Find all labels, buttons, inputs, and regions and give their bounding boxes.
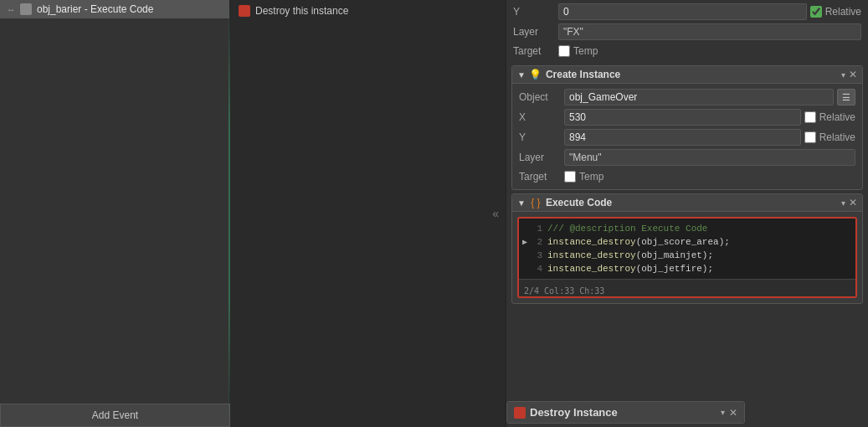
execute-code-header-actions: ▾ ✕ xyxy=(841,197,857,208)
x-relative-label-ci: Relative xyxy=(819,111,855,123)
destroy-this-instance-label: Destroy this instance xyxy=(255,5,348,17)
layer-row-top: Layer xyxy=(506,22,868,42)
code-icon: { } xyxy=(530,197,542,208)
y-relative-checkbox-ci[interactable] xyxy=(804,131,816,143)
y-relative-row-ci: Relative xyxy=(804,131,855,143)
target-temp-checkbox-ci[interactable] xyxy=(564,171,576,183)
target-temp-row-top: Temp xyxy=(558,45,598,57)
layer-input-top[interactable] xyxy=(558,23,861,40)
y-relative-label-ci: Relative xyxy=(819,131,855,143)
create-instance-collapse-button[interactable]: ▼ xyxy=(517,70,526,80)
create-instance-body: Object ☰ X Relative Y Relative xyxy=(512,84,862,189)
line-num-2: 2 xyxy=(531,237,547,247)
object-browse-button[interactable]: ☰ xyxy=(837,89,855,105)
line-content-2: instance_destroy(obj_score_area); xyxy=(547,237,855,247)
event-item[interactable]: ↔ obj_barier - Execute Code xyxy=(0,0,229,18)
destroy-instance-card: Destroy Instance ▾ ✕ xyxy=(506,401,745,424)
layer-input-ci[interactable] xyxy=(564,149,855,166)
x-label-ci: X xyxy=(519,111,561,123)
x-relative-checkbox-ci[interactable] xyxy=(804,111,816,123)
create-instance-card: ▼ 💡 Create Instance ▾ ✕ Object ☰ X Relat… xyxy=(511,65,863,190)
destroy-instance-title: Destroy Instance xyxy=(530,406,716,419)
target-row-top: Target Temp xyxy=(506,42,868,60)
target-row-ci: Target Temp xyxy=(512,167,862,186)
create-instance-close-button[interactable]: ✕ xyxy=(849,69,857,80)
execute-code-card: ▼ { } Execute Code ▾ ✕ 1 /// @descriptio… xyxy=(511,193,863,304)
code-status-text: 2/4 Col:33 Ch:33 xyxy=(524,286,604,296)
execute-code-dropdown-button[interactable]: ▾ xyxy=(841,198,845,208)
create-instance-dropdown-button[interactable]: ▾ xyxy=(841,70,845,80)
event-arrow-icon: ↔ xyxy=(7,5,15,14)
execute-code-close-button[interactable]: ✕ xyxy=(849,197,857,208)
object-row: Object ☰ xyxy=(512,87,862,107)
object-input[interactable] xyxy=(564,89,834,105)
obj-icon xyxy=(20,3,32,15)
layer-row-ci: Layer xyxy=(512,147,862,167)
line-arrow-2: ▶ xyxy=(519,237,531,247)
target-temp-row-ci: Temp xyxy=(564,171,603,183)
line-num-1: 1 xyxy=(531,224,547,234)
y-relative-label-top: Relative xyxy=(825,6,861,18)
code-scrollbar-horizontal[interactable] xyxy=(519,279,855,286)
code-line-3: 3 instance_destroy(obj_mainjet); xyxy=(519,249,855,262)
line-content-1: /// @description Execute Code xyxy=(547,224,855,234)
destroy-instance-header: Destroy Instance ▾ ✕ xyxy=(507,402,744,423)
target-temp-label-ci: Temp xyxy=(579,171,603,183)
execute-code-body: 1 /// @description Execute Code ▶ 2 inst… xyxy=(512,212,862,303)
create-instance-header-actions: ▾ ✕ xyxy=(841,69,857,80)
line-content-4: instance_destroy(obj_jetfire); xyxy=(547,264,855,274)
line-content-3: instance_destroy(obj_mainjet); xyxy=(547,250,855,260)
create-instance-title: Create Instance xyxy=(546,69,837,80)
layer-label-ci: Layer xyxy=(519,152,561,163)
object-label: Object xyxy=(519,91,561,103)
bulb-icon: 💡 xyxy=(530,69,542,80)
add-event-button[interactable]: Add Event xyxy=(0,404,230,427)
code-status-bar: 2/4 Col:33 Ch:33 xyxy=(519,286,855,296)
target-label-top: Target xyxy=(513,45,555,57)
y-row-top: Y Relative xyxy=(506,2,868,22)
execute-code-collapse-button[interactable]: ▼ xyxy=(517,198,526,208)
create-instance-header: ▼ 💡 Create Instance ▾ ✕ xyxy=(512,66,862,84)
target-temp-checkbox-top[interactable] xyxy=(558,45,570,57)
code-line-4: 4 instance_destroy(obj_jetfire); xyxy=(519,262,855,275)
target-temp-label-top: Temp xyxy=(573,45,598,57)
y-row-ci: Y Relative xyxy=(512,127,862,147)
destroy-instance-close-button[interactable]: ✕ xyxy=(729,407,737,419)
destroy-instance-dropdown-button[interactable]: ▾ xyxy=(721,408,725,417)
destroy-this-instance-item[interactable]: Destroy this instance xyxy=(230,0,506,22)
destroy-instance-icon xyxy=(514,407,526,419)
execute-code-title: Execute Code xyxy=(546,197,837,208)
y-label-ci: Y xyxy=(519,131,561,143)
x-input-ci[interactable] xyxy=(564,109,801,126)
destroy-icon xyxy=(239,5,250,17)
y-relative-checkbox-top[interactable] xyxy=(810,6,822,18)
collapse-panel-button[interactable]: « xyxy=(492,207,499,220)
code-line-2: ▶ 2 instance_destroy(obj_score_area); xyxy=(519,235,855,249)
line-num-3: 3 xyxy=(531,250,547,260)
event-item-label: obj_barier - Execute Code xyxy=(37,3,153,15)
code-editor[interactable]: 1 /// @description Execute Code ▶ 2 inst… xyxy=(517,217,857,298)
execute-code-header: ▼ { } Execute Code ▾ ✕ xyxy=(512,194,862,212)
layer-label-top: Layer xyxy=(513,26,555,38)
y-label-top: Y xyxy=(513,6,555,18)
line-num-4: 4 xyxy=(531,264,547,274)
x-row-ci: X Relative xyxy=(512,107,862,127)
center-area: Destroy this instance « xyxy=(230,0,506,427)
x-relative-row-ci: Relative xyxy=(804,111,855,123)
code-lines: 1 /// @description Execute Code ▶ 2 inst… xyxy=(519,219,855,279)
top-props-section: Y Relative Layer Target Temp xyxy=(506,0,868,62)
y-relative-row-top: Relative xyxy=(810,6,861,18)
target-label-ci: Target xyxy=(519,171,561,183)
right-panel: Y Relative Layer Target Temp ▼ 💡 Create … xyxy=(506,0,868,427)
y-input-ci[interactable] xyxy=(564,129,801,146)
code-line-1: 1 /// @description Execute Code xyxy=(519,222,855,235)
left-panel: ↔ obj_barier - Execute Code Add Event xyxy=(0,0,230,427)
y-input-top[interactable] xyxy=(558,3,807,20)
